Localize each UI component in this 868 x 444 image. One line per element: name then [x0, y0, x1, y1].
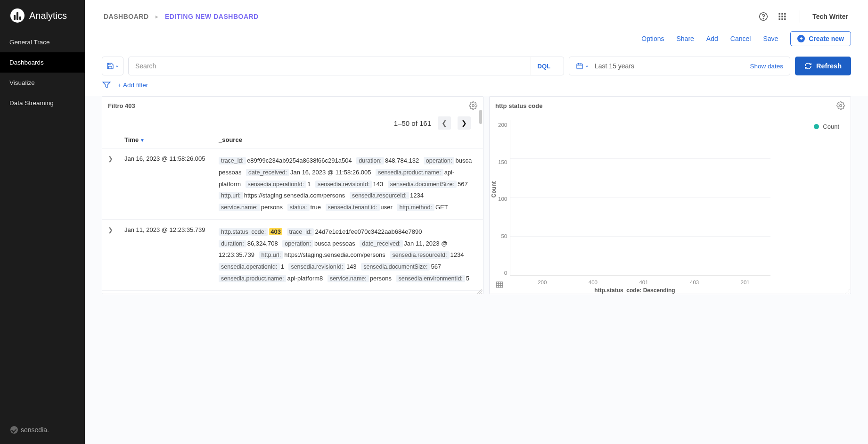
plus-circle-icon: + [797, 35, 805, 42]
time-cell: Jan 16, 2023 @ 11:58:26.005 [119, 148, 213, 220]
sidebar-item-general-trace[interactable]: General Trace [0, 32, 85, 52]
x-axis-labels: 200400401403201 [517, 280, 770, 285]
sidebar-nav: General TraceDashboardsVisualizeData Str… [0, 32, 85, 113]
expand-row-button[interactable]: ❯ [102, 148, 119, 220]
table-row: ❯Jan 11, 2023 @ 10:37:51.047http.status_… [102, 290, 483, 294]
filterbar: + Add filter [85, 75, 868, 96]
sidebar-item-visualize[interactable]: Visualize [0, 73, 85, 93]
col-time[interactable]: Time▼ [119, 132, 213, 148]
expand-row-button[interactable]: ❯ [102, 219, 119, 290]
filter-settings-icon[interactable] [102, 80, 111, 90]
legend: Count [814, 123, 839, 130]
plot-area [510, 120, 770, 276]
gear-icon[interactable] [836, 101, 845, 110]
col-source[interactable]: _source [213, 132, 483, 148]
create-new-button[interactable]: + Create new [790, 31, 851, 46]
resize-handle-icon[interactable] [477, 288, 482, 293]
search-box: DQL [128, 57, 564, 75]
y-axis-title: Count [491, 181, 497, 197]
pager-next-button[interactable]: ❯ [458, 116, 471, 130]
panel-filtro-403: Filtro 403 1–50 of 161 ❮ ❯ [102, 96, 483, 294]
resize-handle-icon[interactable] [845, 288, 850, 293]
svg-point-12 [472, 105, 475, 107]
table-row: ❯Jan 16, 2023 @ 11:58:26.005trace_id:e89… [102, 148, 483, 220]
brand-name: Analytics [29, 10, 67, 21]
calendar-icon [576, 62, 589, 70]
divider [800, 10, 800, 23]
scrollbar[interactable] [479, 110, 482, 281]
dql-toggle[interactable]: DQL [531, 57, 557, 75]
topbar: DASHBOARD ▸ EDITING NEW DASHBOARD Tech W… [85, 0, 868, 23]
actionbar: Options Share Add Cancel Save + Create n… [85, 23, 868, 54]
sidebar-item-dashboards[interactable]: Dashboards [0, 52, 85, 73]
chart: Count 200150100500 Count 200400401403201… [490, 115, 851, 294]
options-link[interactable]: Options [641, 35, 664, 42]
pager-range: 1–50 of 161 [394, 119, 431, 127]
brand: Analytics [0, 0, 85, 32]
legend-color-icon [814, 124, 819, 129]
create-new-label: Create new [809, 35, 844, 42]
svg-rect-5 [779, 16, 780, 17]
sensedia-icon [10, 426, 18, 434]
table-row: ❯Jan 11, 2023 @ 12:23:35.739http.status_… [102, 219, 483, 290]
date-range-picker[interactable]: Last 15 years Show dates [569, 57, 790, 75]
main: DASHBOARD ▸ EDITING NEW DASHBOARD Tech W… [85, 0, 868, 444]
sort-desc-icon: ▼ [140, 138, 145, 143]
pager-prev-button[interactable]: ❮ [438, 116, 451, 130]
gear-icon[interactable] [469, 101, 477, 110]
svg-rect-14 [496, 282, 503, 288]
panel-title: http status code [495, 102, 542, 109]
svg-rect-2 [779, 13, 780, 15]
svg-rect-4 [784, 13, 786, 15]
breadcrumb: DASHBOARD ▸ EDITING NEW DASHBOARD [104, 13, 259, 20]
expand-row-button[interactable]: ❯ [102, 290, 119, 294]
table-pager: 1–50 of 161 ❮ ❯ [102, 115, 483, 132]
source-cell: http.status_code:403 trace_id:24d7e1e1e1… [213, 219, 483, 290]
user-name[interactable]: Tech Writer [812, 13, 851, 20]
svg-rect-6 [782, 16, 783, 17]
breadcrumb-current: EDITING NEW DASHBOARD [165, 13, 259, 20]
help-icon[interactable] [758, 11, 769, 22]
svg-rect-3 [782, 13, 783, 15]
time-cell: Jan 11, 2023 @ 10:37:51.047 [119, 290, 213, 294]
svg-rect-10 [784, 18, 786, 20]
svg-rect-7 [784, 16, 786, 17]
sidebar-item-data-streaming[interactable]: Data Streaming [0, 93, 85, 113]
svg-rect-9 [782, 18, 783, 20]
legend-label: Count [823, 123, 839, 130]
y-axis: 200150100500 [498, 120, 510, 289]
refresh-icon [804, 62, 812, 70]
date-range-text: Last 15 years [595, 62, 634, 70]
show-dates-link[interactable]: Show dates [750, 63, 783, 70]
svg-rect-11 [577, 64, 582, 69]
data-table-icon[interactable] [495, 280, 505, 290]
sidebar: Analytics General TraceDashboardsVisuali… [0, 0, 85, 444]
panels-row: Filtro 403 1–50 of 161 ❮ ❯ [85, 96, 868, 444]
search-input[interactable] [135, 62, 531, 70]
saved-queries-button[interactable] [102, 57, 123, 75]
analytics-logo-icon [10, 8, 25, 23]
cancel-link[interactable]: Cancel [730, 35, 751, 42]
sidebar-footer: sensedia. [0, 416, 85, 444]
svg-point-13 [840, 105, 842, 107]
refresh-label: Refresh [816, 62, 842, 70]
apps-grid-icon[interactable] [777, 11, 787, 22]
source-cell: trace_id:e89f99c234ab9254a8638f66c291a50… [213, 148, 483, 220]
refresh-button[interactable]: Refresh [795, 57, 851, 75]
footer-brand: sensedia. [21, 426, 49, 434]
panel-title: Filtro 403 [108, 102, 135, 109]
svg-rect-8 [779, 18, 780, 20]
share-link[interactable]: Share [677, 35, 694, 42]
source-cell: http.status_code:403 trace_id:d554945720… [213, 290, 483, 294]
svg-point-1 [763, 18, 764, 19]
add-link[interactable]: Add [706, 35, 718, 42]
results-table: Time▼ _source ❯Jan 16, 2023 @ 11:58:26.0… [102, 132, 483, 294]
chevron-right-icon: ▸ [156, 14, 159, 20]
querybar: DQL Last 15 years Show dates Refresh [85, 54, 868, 75]
add-filter-link[interactable]: + Add filter [118, 82, 148, 89]
panel-http-status-code: http status code Count 200150100500 Coun… [489, 96, 851, 294]
time-cell: Jan 11, 2023 @ 12:23:35.739 [119, 219, 213, 290]
save-link[interactable]: Save [763, 35, 778, 42]
x-axis-title: http.status_code: Descending [490, 287, 780, 294]
breadcrumb-root[interactable]: DASHBOARD [104, 13, 149, 20]
